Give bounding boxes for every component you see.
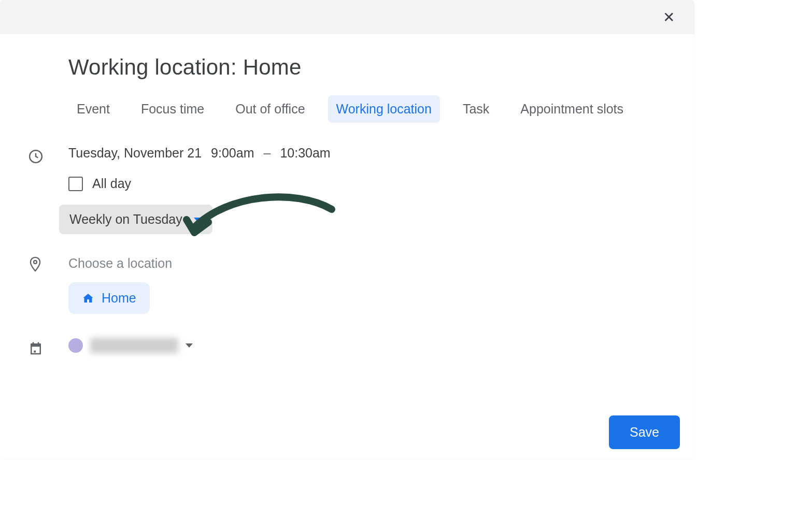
tab-working-location[interactable]: Working location	[328, 95, 440, 123]
tab-event[interactable]: Event	[68, 95, 118, 123]
tab-out-of-office[interactable]: Out of office	[227, 95, 313, 123]
tab-appointment-slots[interactable]: Appointment slots	[512, 95, 632, 123]
date-field[interactable]: Tuesday, November 21	[68, 146, 202, 161]
event-editor-dialog: ✕ Working location: Home Event Focus tim…	[0, 0, 694, 459]
clock-icon	[25, 146, 68, 164]
calendar-color-dot	[68, 338, 83, 353]
calendar-icon	[25, 338, 68, 356]
location-row: Choose a location Home	[0, 253, 694, 314]
end-time-field[interactable]: 10:30am	[280, 146, 330, 161]
location-chip-home[interactable]: Home	[68, 282, 150, 314]
location-chip-label: Home	[102, 291, 136, 306]
page-title: Working location: Home	[0, 55, 694, 95]
chevron-down-icon	[186, 343, 193, 348]
save-button[interactable]: Save	[609, 415, 680, 449]
recurrence-dropdown[interactable]: Weekly on Tuesday	[59, 205, 212, 234]
tab-focus-time[interactable]: Focus time	[133, 95, 212, 123]
dialog-titlebar: ✕	[0, 0, 694, 34]
event-type-tabs: Event Focus time Out of office Working l…	[0, 95, 694, 146]
home-icon	[82, 292, 94, 305]
calendar-name-obscured	[90, 338, 178, 353]
location-pin-icon	[25, 253, 68, 274]
close-icon[interactable]: ✕	[658, 6, 680, 29]
time-line: Tuesday, November 21 9:00am – 10:30am	[68, 146, 694, 161]
location-prompt: Choose a location	[68, 253, 694, 271]
svg-point-1	[34, 261, 37, 264]
all-day-toggle[interactable]: All day	[68, 176, 694, 191]
time-row: Tuesday, November 21 9:00am – 10:30am Al…	[0, 146, 694, 234]
all-day-label: All day	[92, 176, 131, 191]
tab-task[interactable]: Task	[454, 95, 497, 123]
time-separator: –	[263, 146, 271, 161]
all-day-checkbox[interactable]	[68, 177, 83, 191]
dialog-content: Working location: Home Event Focus time …	[0, 34, 694, 356]
calendar-row	[0, 338, 694, 356]
chevron-down-icon	[194, 218, 201, 222]
recurrence-value: Weekly on Tuesday	[69, 212, 182, 227]
start-time-field[interactable]: 9:00am	[211, 146, 254, 161]
calendar-select[interactable]	[68, 338, 694, 353]
